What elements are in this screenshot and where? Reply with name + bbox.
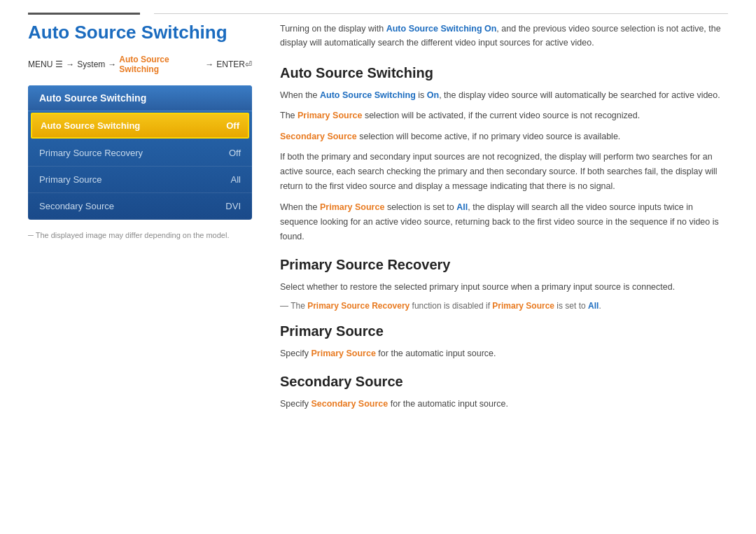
- tv-menu-item-value-secondary: DVI: [225, 201, 241, 211]
- inline-secondary-source-1: Secondary Source: [280, 132, 357, 141]
- section-body-auto-4: If both the primary and secondary input …: [280, 150, 728, 195]
- tv-menu-item-value-auto: Off: [226, 120, 239, 131]
- breadcrumb-enter: ENTER⏎: [216, 59, 252, 69]
- section-body-auto-3: Secondary Source selection will become a…: [280, 129, 728, 144]
- intro-text: Turning on the display with Auto Source …: [280, 22, 728, 50]
- section-body-secondary: Specify Secondary Source for the automat…: [280, 397, 728, 412]
- tv-menu-item-value-recovery: Off: [229, 148, 241, 158]
- section-secondary-source: Secondary Source Specify Secondary Sourc…: [280, 374, 728, 412]
- left-panel: Auto Source Switching MENU ☰ → System → …: [28, 22, 252, 424]
- breadcrumb-arrow1: →: [66, 59, 74, 69]
- tv-menu-box: Auto Source Switching Auto Source Switch…: [28, 85, 252, 220]
- tv-menu-item-secondary-source[interactable]: Secondary Source DVI: [28, 193, 252, 220]
- tv-menu-item-value-primary: All: [231, 174, 241, 185]
- right-panel: Turning on the display with Auto Source …: [280, 22, 728, 424]
- tv-menu-header: Auto Source Switching: [28, 85, 252, 111]
- inline-auto-source: Auto Source Switching: [320, 90, 416, 100]
- section-body-auto-2: The Primary Source selection will be act…: [280, 108, 728, 123]
- breadcrumb-highlight: Auto Source Switching: [119, 55, 202, 74]
- tv-menu-item-label-primary: Primary Source: [39, 174, 102, 185]
- breadcrumb: MENU ☰ → System → Auto Source Switching …: [28, 55, 252, 74]
- section-body-auto-1: When the Auto Source Switching is On, th…: [280, 88, 728, 103]
- note-primary-recovery: Primary Source Recovery: [307, 301, 410, 311]
- section-primary-source-recovery: Primary Source Recovery Select whether t…: [280, 257, 728, 310]
- inline-primary-source-1: Primary Source: [298, 111, 362, 120]
- top-bar: [0, 0, 756, 15]
- intro-highlight-switching: Auto Source Switching On: [386, 24, 497, 34]
- inline-specify-secondary: Secondary Source: [311, 399, 388, 409]
- section-body-recovery-1: Select whether to restore the selected p…: [280, 280, 728, 295]
- inline-on: On: [427, 90, 439, 100]
- tv-menu-item-primary-source[interactable]: Primary Source All: [28, 167, 252, 193]
- note-all: All: [588, 301, 598, 311]
- note-primary-source: Primary Source: [492, 301, 554, 311]
- tv-menu-item-auto-source-switching[interactable]: Auto Source Switching Off: [31, 113, 249, 139]
- inline-specify-primary: Primary Source: [311, 349, 375, 358]
- page-title: Auto Source Switching: [28, 22, 252, 43]
- section-body-auto-5: When the Primary Source selection is set…: [280, 200, 728, 245]
- breadcrumb-arrow3: →: [205, 59, 214, 69]
- content-wrapper: Auto Source Switching MENU ☰ → System → …: [0, 22, 756, 424]
- inline-primary-source-2: Primary Source: [320, 202, 384, 212]
- top-bar-left-accent: [28, 13, 140, 15]
- footnote: The displayed image may differ depending…: [28, 231, 252, 239]
- section-primary-source: Primary Source Specify Primary Source fo…: [280, 323, 728, 361]
- tv-menu-item-label-recovery: Primary Source Recovery: [39, 148, 143, 158]
- breadcrumb-menu-icon: ☰: [55, 59, 63, 69]
- breadcrumb-system: System: [77, 59, 105, 69]
- tv-menu-item-label-secondary: Secondary Source: [39, 201, 114, 211]
- top-bar-right-line: [154, 13, 728, 14]
- section-auto-source-switching: Auto Source Switching When the Auto Sour…: [280, 65, 728, 244]
- tv-menu-item-primary-recovery[interactable]: Primary Source Recovery Off: [28, 140, 252, 167]
- recovery-note: The Primary Source Recovery function is …: [280, 301, 728, 311]
- breadcrumb-menu: MENU: [28, 59, 52, 69]
- section-title-recovery: Primary Source Recovery: [280, 257, 728, 273]
- section-title-secondary: Secondary Source: [280, 374, 728, 390]
- tv-menu-item-label-auto: Auto Source Switching: [41, 120, 140, 131]
- inline-all: All: [456, 202, 468, 212]
- breadcrumb-arrow2: →: [108, 59, 116, 69]
- section-title-auto: Auto Source Switching: [280, 65, 728, 81]
- section-body-primary: Specify Primary Source for the automatic…: [280, 346, 728, 361]
- section-title-primary: Primary Source: [280, 323, 728, 339]
